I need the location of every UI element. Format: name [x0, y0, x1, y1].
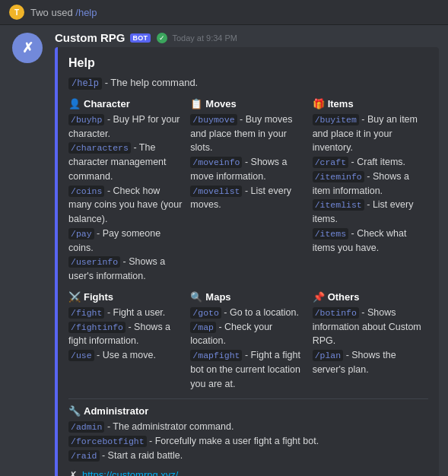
field-value-admin: /admin - The administrator command. /for…	[68, 420, 428, 462]
bot-name: Custom RPG	[55, 31, 126, 44]
field-name-maps: 🔍 Maps	[190, 291, 306, 303]
field-value-maps: /goto - Go to a location. /map - Check y…	[190, 306, 306, 392]
embed: Help /help - The help command. 👤 Charact…	[55, 47, 439, 476]
field-value-items: /buyitem - Buy an item and place it in y…	[313, 113, 428, 255]
top-bar: T Two used /help	[0, 0, 448, 25]
checkmark-badge: ✓	[157, 33, 167, 43]
chat-area: ✗ Custom RPG BOT ✓ Today at 9:34 PM Help…	[0, 25, 448, 476]
embed-description: /help - The help command.	[68, 76, 428, 90]
help-command-code: /help	[68, 78, 102, 90]
bot-avatar: ✗	[12, 33, 43, 63]
field-value-character: /buyhp - Buy HP for your character. /cha…	[68, 113, 184, 284]
website-link[interactable]: https://customrpg.xyz/	[82, 469, 178, 476]
user-avatar: T	[9, 5, 24, 20]
field-items: 🎁 Items /buyitem - Buy an item and place…	[313, 98, 428, 284]
field-value-others: /botinfo - Shows information about Custo…	[313, 306, 428, 377]
field-value-moves: /buymove - Buy moves and place them in y…	[190, 113, 306, 212]
link-icon: ✗	[68, 469, 78, 476]
fields-grid: 👤 Character /buyhp - Buy HP for your cha…	[68, 98, 428, 392]
admin-section: 🔧 Administrator /admin - The administrat…	[68, 398, 428, 462]
field-name-admin: 🔧 Administrator	[68, 405, 428, 417]
field-character: 👤 Character /buyhp - Buy HP for your cha…	[68, 98, 184, 284]
message-col: Custom RPG BOT ✓ Today at 9:34 PM Help /…	[55, 31, 448, 476]
field-value-fights: /fight - Fight a user. /fightinfo - Show…	[68, 306, 184, 363]
field-moves: 📋 Moves /buymove - Buy moves and place t…	[190, 98, 306, 284]
embed-title: Help	[68, 56, 428, 70]
field-name-character: 👤 Character	[68, 98, 184, 109]
link-row: ✗ https://customrpg.xyz/	[68, 469, 428, 476]
avatar-col: ✗	[0, 31, 55, 476]
top-bar-text: Two used /help	[30, 7, 97, 18]
field-others: 📌 Others /botinfo - Shows information ab…	[313, 291, 428, 392]
field-name-items: 🎁 Items	[313, 98, 428, 109]
field-name-others: 📌 Others	[313, 291, 428, 303]
bot-badge: BOT	[130, 33, 151, 43]
message-header: Custom RPG BOT ✓ Today at 9:34 PM	[55, 31, 439, 44]
field-name-moves: 📋 Moves	[190, 98, 306, 109]
field-fights: ⚔️ Fights /fight - Fight a user. /fighti…	[68, 291, 184, 392]
field-name-fights: ⚔️ Fights	[68, 291, 184, 303]
field-maps: 🔍 Maps /goto - Go to a location. /map - …	[190, 291, 306, 392]
timestamp: Today at 9:34 PM	[172, 33, 237, 43]
